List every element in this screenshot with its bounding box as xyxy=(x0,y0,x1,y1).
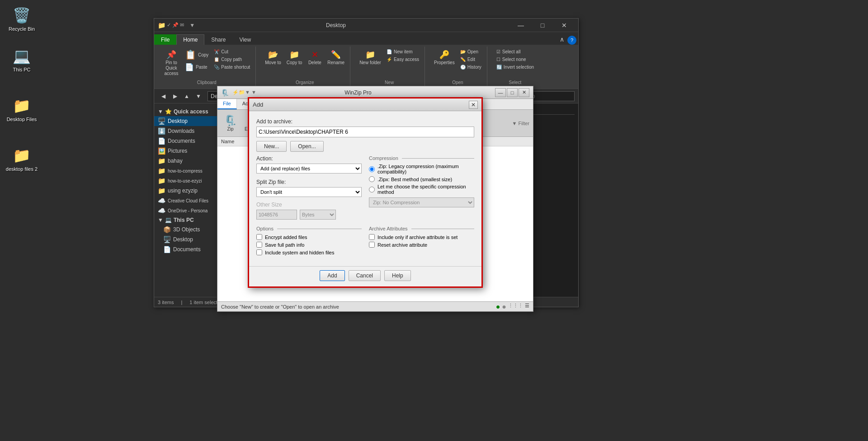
action-select[interactable]: Add (and replace) files Freshen existing… xyxy=(256,164,362,174)
zipx-best-radio[interactable]: .Zipx: Best method (smallest size) xyxy=(369,176,474,182)
quick-access-label: Quick access xyxy=(174,108,208,115)
dialog-title: Add xyxy=(253,101,263,108)
zip-legacy-radio[interactable]: .Zip: Legacy compression (maximum compat… xyxy=(369,164,474,174)
hidden-files-checkbox-input[interactable] xyxy=(256,249,262,255)
desktop-icon-desktop-files-2[interactable]: 📁 desktop files 2 xyxy=(4,145,40,174)
tab-share[interactable]: Share xyxy=(204,34,232,45)
copy-path-button[interactable]: 📋Copy path xyxy=(212,56,252,63)
include-archive-attr-checkbox[interactable]: Include only if archive attribute is set xyxy=(369,234,474,240)
desktop-icon-desktop-files[interactable]: 📁 Desktop Files xyxy=(4,95,40,124)
delete-button[interactable]: ✕ Delete xyxy=(306,48,324,66)
encrypt-checkbox[interactable]: Encrypt added files xyxy=(256,234,362,240)
zip-legacy-radio-input[interactable] xyxy=(369,166,375,172)
edit-button[interactable]: ✏️Edit xyxy=(458,56,483,63)
copy-button[interactable]: 📋 Copy xyxy=(183,48,210,61)
hidden-files-label: Include system and hidden files xyxy=(265,250,334,255)
ribbon: File Home Share View ∧ ? 📌 Pin to Quick … xyxy=(154,32,578,89)
let-me-choose-radio[interactable]: Let me choose the specific compression m… xyxy=(369,184,474,195)
sidebar-section-quick-access[interactable]: ▼ ⭐ Quick access xyxy=(154,107,226,116)
reset-archive-attr-input[interactable] xyxy=(369,242,375,248)
select-none-button[interactable]: ☐Select none xyxy=(495,56,536,63)
new-label: New xyxy=(385,79,394,85)
winzip-close-button[interactable]: ✕ xyxy=(519,88,529,97)
up-button[interactable]: ▲ xyxy=(181,91,192,102)
history-button[interactable]: 🕐History xyxy=(458,64,483,70)
move-to-button[interactable]: 📂 Move to xyxy=(263,48,283,66)
paste-button[interactable]: 📄 Paste xyxy=(183,62,210,72)
sidebar-item-creative-cloud[interactable]: ☁️ Creative Cloud Files xyxy=(154,196,226,206)
sidebar-item-pictures[interactable]: 🖼️ Pictures xyxy=(154,146,226,156)
file-explorer-title: Desktop xyxy=(326,22,346,28)
split-zip-select[interactable]: Don't split 1.44 MB 100 MB Custom xyxy=(256,187,362,197)
archive-path-input[interactable] xyxy=(256,127,474,137)
file-explorer-title-bar: 📁 ✓ 📌 ✉ ▼ Desktop — □ ✕ xyxy=(154,19,578,32)
minimize-button[interactable]: — xyxy=(510,19,531,32)
sidebar-item-3d-objects[interactable]: 📦 3D Objects xyxy=(154,225,226,235)
reset-archive-attr-checkbox[interactable]: Reset archive attribute xyxy=(369,242,474,248)
recent-locations-button[interactable]: ▼ xyxy=(193,91,204,102)
pin-icon: 📌 xyxy=(166,49,177,60)
quick-access-icon: ⭐ xyxy=(165,108,172,115)
zipx-best-radio-input[interactable] xyxy=(369,176,375,182)
ribbon-group-new: 📁 New folder 📄New item ⚡Easy access New xyxy=(354,47,425,87)
ribbon-expand-button[interactable]: ∧ xyxy=(557,34,567,45)
winzip-filter-icon: ▼ Filter xyxy=(512,121,529,126)
tab-view[interactable]: View xyxy=(232,34,258,45)
clipboard-buttons: 📌 Pin to Quick access 📋 Copy 📄 Paste xyxy=(161,48,252,77)
close-button[interactable]: ✕ xyxy=(554,19,575,32)
dialog-close-button[interactable]: ✕ xyxy=(469,101,478,109)
full-path-checkbox-input[interactable] xyxy=(256,242,262,248)
compression-radio-group: .Zip: Legacy compression (maximum compat… xyxy=(369,164,474,195)
winzip-minimize-button[interactable]: — xyxy=(495,88,506,97)
sidebar-item-documents-pc[interactable]: 📄 Documents xyxy=(154,244,226,254)
full-path-checkbox[interactable]: Save full path info xyxy=(256,242,362,248)
maximize-button[interactable]: □ xyxy=(532,19,553,32)
sidebar-item-desktop[interactable]: 🖥️ Desktop xyxy=(154,116,226,126)
sidebar-item-documents[interactable]: 📄 Documents xyxy=(154,136,226,146)
easy-access-button[interactable]: ⚡Easy access xyxy=(385,56,421,63)
cut-button[interactable]: ✂️Cut xyxy=(212,48,252,55)
sidebar-item-desktop-pc[interactable]: 🖥️ Desktop xyxy=(154,235,226,244)
sidebar-item-how-to-use-ezyzi[interactable]: 📁 how-to-use-ezyzi xyxy=(154,176,226,186)
rename-button[interactable]: ✏️ Rename xyxy=(326,48,346,66)
let-me-choose-radio-input[interactable] xyxy=(369,187,375,192)
pin-to-quick-access-button[interactable]: 📌 Pin to Quick access xyxy=(161,48,181,77)
winzip-app-icon: 🗜️ xyxy=(221,89,229,96)
sidebar-item-bahay[interactable]: 📁 bahay xyxy=(154,156,226,166)
include-archive-attr-input[interactable] xyxy=(369,234,375,240)
winzip-tab-file[interactable]: File xyxy=(217,99,237,109)
paste-shortcut-button[interactable]: 📎Paste shortcut xyxy=(212,64,252,70)
include-archive-attr-label: Include only if archive attribute is set xyxy=(377,235,458,240)
new-small-buttons: 📄New item ⚡Easy access xyxy=(385,48,421,63)
help-dialog-button[interactable]: Help xyxy=(384,270,411,281)
add-button[interactable]: Add xyxy=(320,270,344,281)
sidebar-item-using-ezyzip[interactable]: 📁 using ezyzip xyxy=(154,186,226,196)
tab-file[interactable]: File xyxy=(154,34,176,45)
winzip-status-icons: ● ● ⋮⋮⋮ ☰ xyxy=(496,303,529,311)
back-button[interactable]: ◀ xyxy=(158,91,169,102)
cancel-button[interactable]: Cancel xyxy=(349,270,381,281)
winzip-zip-button[interactable]: 🗜️ Zip xyxy=(221,113,240,134)
new-folder-button[interactable]: 📁 New folder xyxy=(358,48,383,66)
desktop-icon-recycle-bin[interactable]: 🗑️ Recycle Bin xyxy=(4,5,40,33)
invert-selection-button[interactable]: 🔄Invert selection xyxy=(495,64,536,70)
encrypt-checkbox-input[interactable] xyxy=(256,234,262,240)
winzip-maximize-button[interactable]: □ xyxy=(507,88,518,97)
select-all-button[interactable]: ☑Select all xyxy=(495,48,536,55)
copy-to-button[interactable]: 📁 Copy to xyxy=(285,48,304,66)
properties-button[interactable]: 🔑 Properties xyxy=(432,48,457,66)
new-item-button[interactable]: 📄New item xyxy=(385,48,421,55)
help-button[interactable]: ? xyxy=(567,36,576,45)
forward-button[interactable]: ▶ xyxy=(170,91,180,102)
sidebar-item-onedrive[interactable]: ☁️ OneDrive - Persona xyxy=(154,206,226,216)
open-archive-button[interactable]: Open... xyxy=(290,141,323,152)
hidden-files-checkbox[interactable]: Include system and hidden files xyxy=(256,249,362,255)
copy-to-icon: 📁 xyxy=(289,49,300,60)
sidebar-item-downloads[interactable]: ⬇️ Downloads xyxy=(154,126,226,136)
new-archive-button[interactable]: New... xyxy=(256,141,287,152)
sidebar-section-this-pc[interactable]: ▼ 💻 This PC xyxy=(154,216,226,225)
tab-home[interactable]: Home xyxy=(176,34,204,45)
open-button[interactable]: 📂Open xyxy=(458,48,483,55)
sidebar-item-how-to-compress[interactable]: 📁 how-to-compress xyxy=(154,166,226,176)
desktop-icon-this-pc[interactable]: 💻 This PC xyxy=(4,45,40,74)
